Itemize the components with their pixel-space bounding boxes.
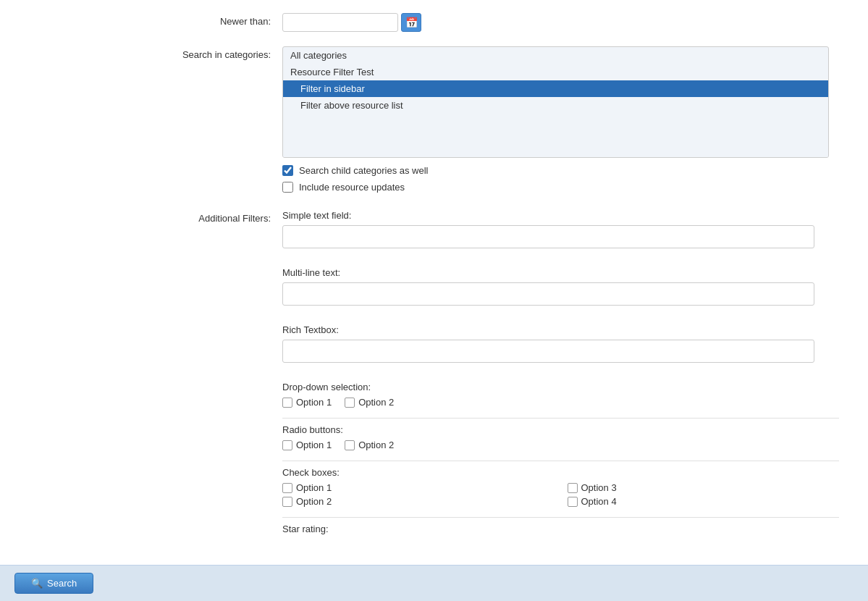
dropdown-option-2-label: Option 2	[358, 397, 394, 408]
checkbox-option-1-label: Option 1	[296, 482, 332, 493]
radio-option-2-input[interactable]	[345, 440, 355, 450]
radio-options-row: Option 1 Option 2	[282, 440, 839, 450]
rich-textbox-input[interactable]	[282, 340, 814, 363]
radio-option-2-label: Option 2	[358, 440, 394, 450]
dropdown-option-2: Option 2	[345, 397, 394, 408]
checkbox-option-3-input[interactable]	[568, 483, 578, 493]
category-all-categories[interactable]: All categories	[283, 47, 828, 64]
checkbox-option-4-input[interactable]	[568, 497, 578, 507]
search-child-label: Search child categories as well	[299, 165, 428, 176]
dropdown-label: Drop-down selection:	[282, 382, 839, 392]
include-updates-checkbox[interactable]	[282, 182, 293, 193]
search-button[interactable]: 🔍 Search	[14, 573, 93, 594]
rich-textbox-label: Rich Textbox:	[282, 324, 839, 335]
checkboxes-label: Check boxes:	[282, 467, 839, 478]
checkbox-option-3-label: Option 3	[581, 482, 617, 493]
multiline-group: Multi-line text:	[282, 267, 839, 314]
checkbox-option-2: Option 2	[282, 496, 555, 507]
dropdown-option-1-label: Option 1	[296, 397, 332, 408]
include-updates-label: Include resource updates	[299, 182, 405, 193]
radio-option-1: Option 1	[282, 440, 332, 450]
search-button-label: Search	[47, 578, 77, 589]
search-categories-row: Search in categories: All categories Res…	[0, 41, 868, 198]
divider-1	[282, 418, 839, 419]
simple-text-label: Simple text field:	[282, 210, 839, 221]
categories-control: All categories Resource Filter Test Filt…	[282, 46, 854, 193]
multiline-input[interactable]	[282, 282, 814, 306]
checkbox-option-1: Option 1	[282, 482, 555, 493]
checkbox-option-2-input[interactable]	[282, 497, 292, 507]
category-resource-filter-test[interactable]: Resource Filter Test	[283, 64, 828, 80]
additional-filters-label: Additional Filters:	[0, 210, 282, 224]
checkboxes-group: Check boxes: Option 1 Option 3 Option	[282, 467, 839, 507]
dropdown-options-row: Option 1 Option 2	[282, 397, 839, 408]
radio-option-1-input[interactable]	[282, 440, 292, 450]
search-icon: 🔍	[31, 578, 43, 589]
category-list: All categories Resource Filter Test Filt…	[282, 46, 829, 158]
radio-option-2: Option 2	[345, 440, 394, 450]
category-filter-above-resource-list[interactable]: Filter above resource list	[283, 97, 828, 114]
radio-option-1-label: Option 1	[296, 440, 332, 450]
checkbox-option-3: Option 3	[568, 482, 840, 493]
footer-bar: 🔍 Search	[0, 565, 868, 601]
radio-label: Radio buttons:	[282, 424, 839, 435]
multiline-label: Multi-line text:	[282, 267, 839, 278]
divider-3	[282, 517, 839, 518]
dropdown-option-1: Option 1	[282, 397, 332, 408]
checkbox-option-4-label: Option 4	[581, 496, 617, 507]
star-rating-group: Star rating:	[282, 524, 839, 534]
simple-text-group: Simple text field:	[282, 210, 839, 257]
checkbox-option-2-label: Option 2	[296, 496, 332, 507]
additional-filters-row: Additional Filters: Simple text field: M…	[0, 204, 868, 550]
category-list-spacer	[283, 114, 828, 157]
search-categories-label: Search in categories:	[0, 46, 282, 60]
newer-than-control: 📅	[282, 13, 854, 32]
search-child-row: Search child categories as well	[282, 165, 839, 176]
checkboxes-grid: Option 1 Option 3 Option 2 Option 4	[282, 482, 839, 507]
newer-than-row: Newer than: 📅	[0, 7, 868, 38]
rich-textbox-group: Rich Textbox:	[282, 324, 839, 371]
newer-than-label: Newer than:	[0, 13, 282, 27]
dropdown-option-2-checkbox[interactable]	[345, 398, 355, 408]
radio-group: Radio buttons: Option 1 Option 2	[282, 424, 839, 450]
checkbox-option-1-input[interactable]	[282, 483, 292, 493]
dropdown-group: Drop-down selection: Option 1 Option 2	[282, 382, 839, 408]
dropdown-option-1-checkbox[interactable]	[282, 398, 292, 408]
category-filter-in-sidebar[interactable]: Filter in sidebar	[283, 80, 828, 97]
star-rating-label: Star rating:	[282, 524, 839, 534]
calendar-icon: 📅	[405, 17, 418, 28]
additional-filters-area: Simple text field: Multi-line text: Rich…	[282, 210, 854, 545]
checkbox-option-4: Option 4	[568, 496, 840, 507]
simple-text-input[interactable]	[282, 225, 814, 248]
search-child-checkbox[interactable]	[282, 165, 293, 176]
divider-2	[282, 461, 839, 461]
include-updates-row: Include resource updates	[282, 182, 839, 193]
date-input[interactable]	[282, 13, 398, 32]
calendar-button[interactable]: 📅	[401, 13, 421, 32]
